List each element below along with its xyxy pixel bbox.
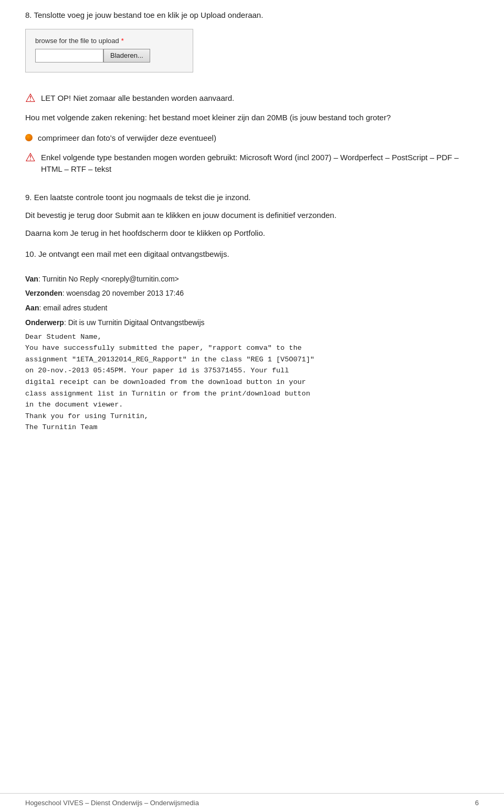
upload-label: browse for the file to upload * [35,37,183,45]
email-body: Dear Student Name, You have successfully… [25,331,479,433]
upload-box: browse for the file to upload * Bladeren… [25,29,193,72]
step10-text: 10. Je ontvangt een mail met een digitaa… [25,248,479,261]
email-onderwerp-line: Onderwerp: Dit is uw Turnitin Digitaal O… [25,317,479,329]
upload-label-text: browse for the file to upload [35,37,119,45]
warning-letop-text: LET OP! Niet zomaar alle bestanden worde… [41,92,234,105]
email-van-line: Van: Turnitin No Reply <noreply@turnitin… [25,273,479,286]
email-onderwerp-label: Onderwerp [25,318,64,327]
email-section: Van: Turnitin No Reply <noreply@turnitin… [25,273,479,434]
comprimeer-block: comprimeer dan foto’s of verwijder deze … [25,132,479,144]
enkel-text: Enkel volgende type bestanden mogen word… [41,152,479,175]
email-aan-line: Aan: email adres student [25,302,479,315]
bladeren-button[interactable]: Bladeren... [103,49,150,63]
footer-left-text: Hogeschool VIVES – Dienst Onderwijs – On… [25,799,199,807]
step9b-text: Dit bevestig je terug door Submit aan te… [25,209,479,222]
footer: Hogeschool VIVES – Dienst Onderwijs – On… [0,793,504,812]
enkel-warning-icon: ⚠ [25,152,36,163]
file-input[interactable] [35,49,103,63]
warning-icon: ⚠ [25,92,36,104]
upload-asterisk: * [121,37,124,45]
warning2-block: Hou met volgende zaken rekening: het bes… [25,111,479,124]
orange-dot-icon [25,134,33,141]
email-van-value: Turnitin No Reply <noreply@turnitin.com> [42,275,178,283]
comprimeer-text: comprimeer dan foto’s of verwijder deze … [38,132,216,144]
warning2-text: Hou met volgende zaken rekening: het bes… [25,113,391,122]
email-onderwerp-value: Dit is uw Turnitin Digitaal Ontvangstbew… [68,318,205,327]
email-aan-label: Aan [25,304,39,312]
email-verzonden-value: woensdag 20 november 2013 17:46 [67,289,184,297]
email-van-label: Van [25,275,38,283]
enkel-warning: ⚠ Enkel volgende type bestanden mogen wo… [25,152,479,175]
email-aan-value: email adres student [43,304,107,312]
email-verzonden-label: Verzonden [25,289,62,297]
step9c-text: Daarna kom Je terug in het hoofdscherm d… [25,227,479,240]
warning-letop: ⚠ LET OP! Niet zomaar alle bestanden wor… [25,92,479,105]
footer-page-number: 6 [475,799,479,807]
step8-heading: 8. Tenslotte voeg je jouw bestand toe en… [25,9,479,22]
email-verzonden-line: Verzonden: woensdag 20 november 2013 17:… [25,287,479,300]
step9-block: 9. Een laatste controle toont jou nogmaa… [25,191,479,240]
step9-text: 9. Een laatste controle toont jou nogmaa… [25,191,479,204]
